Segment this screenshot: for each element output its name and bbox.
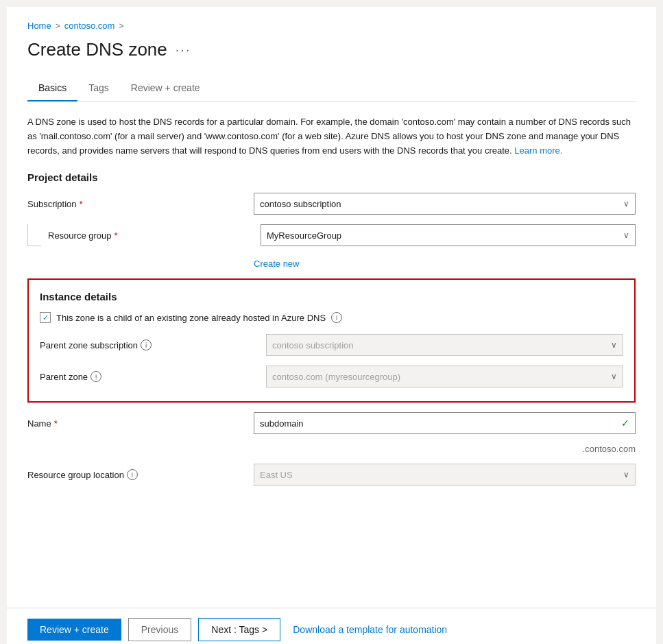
name-suffix: .contoso.com [254, 444, 636, 454]
review-create-button[interactable]: Review + create [27, 619, 121, 641]
parent-zone-label: Parent zone i [40, 371, 266, 382]
page-title: Create DNS zone [27, 39, 167, 60]
main-container: Home > contoso.com > Create DNS zone ···… [7, 7, 656, 644]
tab-tags[interactable]: Tags [77, 77, 120, 102]
parent-zone-subscription-chevron: ∨ [611, 340, 617, 350]
footer-bar: Review + create Previous Next : Tags > D… [7, 608, 656, 644]
resource-group-label: Resource group * [48, 230, 261, 241]
breadcrumb-contoso[interactable]: contoso.com [64, 21, 115, 31]
name-input[interactable]: subdomain ✓ [254, 412, 636, 434]
next-tags-button[interactable]: Next : Tags > [198, 618, 280, 641]
description-text: A DNS zone is used to host the DNS recor… [27, 115, 636, 158]
breadcrumb-sep-1: > [56, 21, 60, 31]
child-zone-checkbox-row: This zone is a child of an existing zone… [40, 312, 623, 323]
parent-zone-subscription-dropdown: contoso subscription ∨ [266, 334, 623, 356]
project-details-title: Project details [27, 171, 636, 183]
name-row: Name * subdomain ✓ [27, 412, 636, 434]
resource-group-dropdown[interactable]: MyResourceGroup ∨ [261, 224, 636, 246]
resource-group-location-dropdown: East US ∨ [254, 464, 636, 486]
child-zone-label: This zone is a child of an existing zone… [56, 313, 326, 323]
breadcrumb: Home > contoso.com > [27, 21, 636, 31]
tab-review-create[interactable]: Review + create [120, 77, 211, 102]
breadcrumb-sep-2: > [119, 21, 123, 31]
page-title-ellipsis[interactable]: ··· [176, 42, 191, 58]
parent-zone-subscription-label: Parent zone subscription i [40, 339, 266, 350]
child-zone-info-icon[interactable]: i [331, 312, 342, 323]
breadcrumb-home[interactable]: Home [27, 21, 51, 31]
resource-group-location-row: Resource group location i East US ∨ [27, 464, 636, 486]
resource-group-row: Resource group * MyResourceGroup ∨ [27, 224, 636, 246]
child-zone-checkbox[interactable] [40, 312, 51, 323]
parent-zone-dropdown: contoso.com (myresourcegroup) ∨ [266, 366, 623, 387]
subscription-chevron: ∨ [623, 199, 629, 208]
subscription-label: Subscription * [27, 199, 254, 209]
create-new-link[interactable]: Create new [254, 259, 299, 269]
download-template-link[interactable]: Download a template for automation [293, 624, 447, 635]
resource-group-chevron: ∨ [623, 230, 629, 240]
name-label: Name * [27, 418, 254, 429]
parent-zone-subscription-info-icon[interactable]: i [141, 339, 152, 350]
parent-zone-subscription-row: Parent zone subscription i contoso subsc… [40, 334, 623, 356]
instance-details-box: Instance details This zone is a child of… [27, 278, 636, 403]
name-valid-icon: ✓ [621, 418, 629, 429]
parent-zone-row: Parent zone i contoso.com (myresourcegro… [40, 366, 623, 387]
parent-zone-chevron: ∨ [611, 372, 617, 381]
tab-basics[interactable]: Basics [27, 77, 77, 102]
subscription-dropdown[interactable]: contoso subscription ∨ [254, 193, 636, 215]
resource-group-location-info-icon[interactable]: i [127, 469, 138, 480]
instance-details-title: Instance details [40, 291, 623, 302]
parent-zone-info-icon[interactable]: i [91, 371, 101, 382]
resource-group-location-label: Resource group location i [27, 469, 254, 480]
subscription-required: * [80, 199, 83, 209]
tabs-container: Basics Tags Review + create [27, 77, 636, 102]
learn-more-link[interactable]: Learn more. [514, 145, 562, 156]
name-required: * [54, 418, 58, 429]
content-area: Home > contoso.com > Create DNS zone ···… [7, 7, 656, 608]
resource-group-location-chevron: ∨ [623, 470, 629, 479]
previous-button[interactable]: Previous [128, 618, 191, 641]
subscription-row: Subscription * contoso subscription ∨ [27, 193, 636, 215]
indent-line [27, 224, 41, 246]
page-title-container: Create DNS zone ··· [27, 39, 636, 60]
resource-group-required: * [114, 230, 118, 241]
